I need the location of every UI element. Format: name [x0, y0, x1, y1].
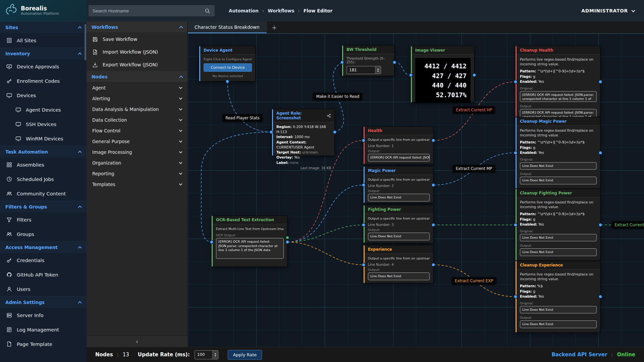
sidebar-item-ssh-devices[interactable]: SSH Devices	[0, 117, 87, 131]
node-category-alerting[interactable]: Alerting	[87, 93, 187, 104]
sidebar-item-credentials[interactable]: Credentials	[0, 253, 87, 267]
original-field[interactable]: Line Does Not Exist	[520, 306, 597, 314]
add-tab-button[interactable]: +	[267, 21, 282, 33]
save-workflow-button[interactable]: Save Workflow	[87, 33, 187, 46]
node-description: Performs live regex-based find/replace o…	[520, 57, 597, 66]
borealis-logo-icon	[4, 3, 17, 18]
number-stepper[interactable]	[375, 66, 381, 74]
chevron-up-icon	[179, 26, 183, 29]
node-category-image-processing[interactable]: Image Processing	[87, 147, 187, 158]
breadcrumb-automation[interactable]: Automation	[229, 8, 259, 13]
node-category-organization[interactable]: Organization	[87, 158, 187, 168]
edge-ocr-to-experience[interactable]	[287, 242, 363, 265]
sidebar-item-log-management[interactable]: Log Management	[0, 322, 87, 337]
original-field[interactable]: [ERROR] OCR API request failed: JSON.par…	[520, 91, 597, 102]
node-cleanup-fighting-power[interactable]: Cleanup Fighting Power Performs live reg…	[516, 189, 600, 261]
nodes-section-header[interactable]: Nodes	[87, 71, 187, 82]
output-field[interactable]: Line Does Not Exist	[520, 320, 597, 328]
output-field[interactable]: [ERROR] OCR API request failed: JSON.par…	[368, 154, 430, 162]
sidebar-section-access-management[interactable]: Access Management	[0, 241, 87, 253]
output-field[interactable]: Line Does Not Exist	[368, 233, 430, 240]
number-stepper[interactable]	[212, 351, 218, 359]
sidebar-item-winrm-devices[interactable]: WinRM Devices	[0, 131, 87, 146]
export-workflow-button[interactable]: Export Workflow (JSON)	[87, 58, 187, 71]
sidebar-item-community-content[interactable]: Community Content	[0, 186, 87, 201]
sidebar-item-users[interactable]: Users	[0, 282, 87, 296]
node-health[interactable]: Health Output a specific line from an up…	[364, 126, 433, 164]
edge-label-extract-fp[interactable]: Extract Current FP	[611, 221, 644, 229]
node-fighting-power[interactable]: Fighting Power Output a specific line fr…	[364, 205, 433, 243]
node-category-data-collection[interactable]: Data Collection	[87, 115, 187, 125]
node-device-agent[interactable]: Device Agent Right-Click to Configure Ag…	[199, 46, 256, 81]
apply-rate-button[interactable]: Apply Rate	[228, 350, 262, 360]
node-category-general-purpose[interactable]: General Purpose	[87, 136, 187, 147]
sidebar-item-server-info[interactable]: Server Info	[0, 308, 87, 322]
chevron-down-icon	[179, 172, 182, 175]
edge-label-extract-hp[interactable]: Extract Current HP	[453, 106, 495, 114]
sidebar-item-filters[interactable]: Filters	[0, 213, 87, 227]
edge-label-extract-mp[interactable]: Extract Current MP	[453, 165, 495, 172]
node-bw-threshold[interactable]: BW Threshold Threshold Strength (0–255):	[342, 45, 394, 76]
hostname-search[interactable]	[89, 5, 215, 16]
node-category-reporting[interactable]: Reporting	[87, 168, 187, 179]
flow-canvas[interactable]: Device Agent Right-Click to Configure Ag…	[188, 34, 644, 347]
node-category-flow-control[interactable]: Flow Control	[87, 125, 187, 136]
sidebar-item-enrollment-codes[interactable]: Enrollment Codes	[0, 74, 87, 88]
original-field[interactable]: Line Does Not Exist	[520, 162, 597, 170]
sidebar-section-sites[interactable]: Sites	[0, 21, 87, 33]
search-input[interactable]	[93, 8, 204, 13]
output-field[interactable]: Line Does Not Exist	[368, 194, 430, 201]
node-cleanup-health[interactable]: Cleanup Health Performs live regex-based…	[516, 46, 600, 117]
node-ocr-text-extraction[interactable]: OCR-Based Text Extraction Extract Multi-…	[212, 216, 287, 267]
sidebar-section-inventory[interactable]: Inventory	[0, 48, 87, 59]
node-category-agent[interactable]: Agent	[87, 82, 187, 93]
threshold-input[interactable]	[346, 66, 381, 74]
node-cleanup-experience[interactable]: Cleanup Experience Performs live regex-b…	[516, 261, 600, 333]
node-image-viewer[interactable]: Image Viewer 4412 / 4412 427 / 427 440 /…	[411, 46, 474, 103]
workflows-section-header[interactable]: Workflows	[87, 21, 187, 33]
node-agent-role-screenshot[interactable]: Agent Role: Screenshot Region: X:200 Y:4…	[272, 109, 335, 156]
sidebar-item-devices[interactable]: Devices	[0, 88, 87, 103]
breadcrumb-workflows[interactable]: Workflows	[268, 8, 294, 13]
output-field[interactable]: Line Does Not Exist	[520, 248, 597, 256]
edge-label-make-it-easier[interactable]: Make it Easier to Read	[313, 93, 362, 100]
sidebar-section-task-automation[interactable]: Task Automation	[0, 146, 87, 158]
sidebar-section-admin-settings[interactable]: Admin Settings	[0, 296, 87, 308]
sidebar-item-github-api-token[interactable]: GitHub API Token	[0, 267, 87, 282]
tab-character-status-breakdown[interactable]: Character Status Breakdown	[188, 21, 267, 33]
node-magic-power[interactable]: Magic Power Output a specific line from …	[364, 166, 433, 203]
sidebar-item-agent-devices[interactable]: Agent Devices	[0, 103, 87, 117]
edge-device-agent-to-screenshot[interactable]	[227, 81, 271, 132]
grid-icon	[6, 162, 12, 168]
edge-bw-threshold-to-image-viewer[interactable]	[394, 62, 410, 75]
output-field[interactable]: Line Does Not Exist	[520, 177, 597, 184]
connect-to-device-button[interactable]: Connect to Device	[204, 63, 252, 72]
nodes-count-label: Nodes	[95, 352, 113, 358]
node-experience[interactable]: Experience Output a specific line from a…	[364, 245, 433, 283]
edge-ocr-to-fighting-power[interactable]	[287, 225, 363, 242]
edge-ocr-to-magic-power[interactable]	[287, 185, 363, 242]
import-workflow-button[interactable]: Import Workflow (JSON)	[87, 46, 187, 58]
edge-label-read-player-stats[interactable]: Read Player Stats	[222, 114, 262, 122]
update-rate-input[interactable]	[195, 350, 218, 359]
node-category-data-analysis[interactable]: Data Analysis & Manipulation	[87, 104, 187, 115]
node-cleanup-magic-power[interactable]: Cleanup Magic Power Performs live regex-…	[516, 117, 600, 189]
sidebar-item-groups[interactable]: Groups	[0, 227, 87, 241]
user-menu[interactable]: ADMINISTRATOR	[581, 8, 635, 13]
sidebar-item-page-template[interactable]: Page Template	[0, 337, 87, 351]
edge-label-extract-exp[interactable]: Extract Current EXP	[452, 277, 496, 285]
panel-collapse-button[interactable]: ‹	[87, 336, 187, 347]
node-category-templates[interactable]: Templates	[87, 179, 187, 190]
sidebar-section-filters-groups[interactable]: Filters & Groups	[0, 201, 87, 213]
sidebar-item-device-approvals[interactable]: Device Approvals	[0, 59, 87, 74]
sidebar-scrollbar[interactable]	[85, 24, 86, 60]
share-icon[interactable]	[327, 114, 331, 118]
node-title: Cleanup Magic Power	[520, 119, 567, 124]
sidebar-item-all-sites[interactable]: All Sites	[0, 33, 87, 48]
sidebar-item-assemblies[interactable]: Assemblies	[0, 158, 87, 172]
device-status: No device selected	[204, 74, 252, 78]
ocr-output-field[interactable]: [ERROR] OCR API request failed: JSON.par…	[216, 238, 284, 259]
original-field[interactable]: Line Does Not Exist	[520, 234, 597, 242]
sidebar-item-scheduled-jobs[interactable]: Scheduled Jobs	[0, 172, 87, 186]
output-field[interactable]: Line Does Not Exist	[368, 273, 430, 280]
